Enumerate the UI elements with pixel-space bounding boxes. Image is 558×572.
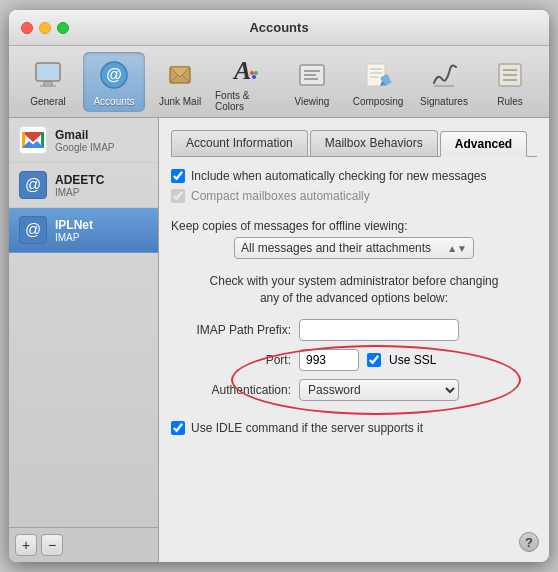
compact-checkbox[interactable] [171, 189, 185, 203]
sidebar-item-adeetc[interactable]: @ ADEETC IMAP [9, 163, 158, 208]
auth-row: Authentication: Password MD5 Challenge-R… [171, 379, 537, 401]
gmail-type: Google IMAP [55, 142, 114, 153]
use-ssl-label: Use SSL [389, 353, 436, 367]
add-account-button[interactable]: + [15, 534, 37, 556]
svg-text:@: @ [106, 66, 122, 83]
admin-note-line1: Check with your system administrator bef… [210, 274, 499, 288]
content-panel: Account Information Mailbox Behaviors Ad… [159, 118, 549, 562]
admin-note: Check with your system administrator bef… [171, 273, 537, 307]
toolbar-accounts-label: Accounts [93, 96, 134, 107]
help-button[interactable]: ? [519, 532, 539, 552]
admin-note-line2: any of the advanced options below: [260, 291, 448, 305]
sidebar-item-iplnet[interactable]: @ IPLNet IMAP [9, 208, 158, 253]
auto-check-label: Include when automatically checking for … [191, 169, 487, 183]
sidebar-spacer [9, 253, 158, 527]
sidebar: Gmail Google IMAP @ ADEETC IMAP @ IPLNet… [9, 118, 159, 562]
iplnet-info: IPLNet IMAP [55, 218, 93, 243]
adeetc-type: IMAP [55, 187, 104, 198]
keep-copies-dropdown[interactable]: All messages and their attachments ▲▼ [234, 237, 474, 259]
composing-icon [360, 57, 396, 93]
toolbar-composing-label: Composing [353, 96, 404, 107]
iplnet-name: IPLNet [55, 218, 93, 232]
port-row: Port: Use SSL [171, 349, 537, 371]
keep-copies-value: All messages and their attachments [241, 241, 431, 255]
dropdown-arrow-icon: ▲▼ [447, 243, 467, 254]
idle-label: Use IDLE command if the server supports … [191, 421, 423, 435]
toolbar-general-label: General [30, 96, 66, 107]
general-icon [30, 57, 66, 93]
remove-account-button[interactable]: − [41, 534, 63, 556]
svg-rect-1 [38, 65, 58, 79]
tab-mailbox-behaviors[interactable]: Mailbox Behaviors [310, 130, 438, 156]
toolbar-viewing-label: Viewing [295, 96, 330, 107]
tab-account-info[interactable]: Account Information [171, 130, 308, 156]
iplnet-type: IMAP [55, 232, 93, 243]
idle-row: Use IDLE command if the server supports … [171, 421, 537, 441]
titlebar: Accounts [9, 10, 549, 46]
viewing-icon [294, 57, 330, 93]
accounts-icon: @ [96, 57, 132, 93]
rules-icon [492, 57, 528, 93]
sidebar-footer: + − [9, 527, 158, 562]
toolbar-item-general[interactable]: General [17, 52, 79, 112]
gmail-icon [19, 126, 47, 154]
maximize-button[interactable] [57, 22, 69, 34]
compact-row: Compact mailboxes automatically [171, 189, 537, 203]
auto-check-row: Include when automatically checking for … [171, 169, 537, 183]
main-window: Accounts General @ Accounts [9, 10, 549, 562]
toolbar-item-composing[interactable]: Composing [347, 52, 409, 112]
toolbar-item-fonts[interactable]: A Fonts & Colors [215, 52, 277, 112]
auth-label: Authentication: [171, 383, 291, 397]
use-ssl-checkbox[interactable] [367, 353, 381, 367]
gmail-name: Gmail [55, 128, 114, 142]
svg-point-14 [252, 75, 256, 79]
tab-advanced[interactable]: Advanced [440, 131, 527, 157]
svg-rect-3 [40, 85, 56, 87]
tabs: Account Information Mailbox Behaviors Ad… [171, 130, 537, 157]
signatures-icon [426, 57, 462, 93]
auto-check-checkbox[interactable] [171, 169, 185, 183]
port-input[interactable] [299, 349, 359, 371]
toolbar: General @ Accounts Junk Mail [9, 46, 549, 118]
imap-path-label: IMAP Path Prefix: [171, 323, 291, 337]
sidebar-item-gmail[interactable]: Gmail Google IMAP [9, 118, 158, 163]
junkmail-icon [162, 57, 198, 93]
toolbar-item-rules[interactable]: Rules [479, 52, 541, 112]
svg-point-13 [254, 71, 258, 75]
svg-rect-2 [44, 82, 52, 85]
imap-path-row: IMAP Path Prefix: [171, 319, 537, 341]
gmail-info: Gmail Google IMAP [55, 128, 114, 153]
svg-point-12 [250, 71, 254, 75]
toolbar-signatures-label: Signatures [420, 96, 468, 107]
adeetc-icon: @ [19, 171, 47, 199]
port-label: Port: [171, 353, 291, 367]
toolbar-junkmail-label: Junk Mail [159, 96, 201, 107]
traffic-lights [21, 22, 69, 34]
adeetc-info: ADEETC IMAP [55, 173, 104, 198]
auth-select[interactable]: Password MD5 Challenge-Response NTLM Ker… [299, 379, 459, 401]
keep-copies-label: Keep copies of messages for offline view… [171, 219, 537, 233]
idle-checkbox-row: Use IDLE command if the server supports … [171, 421, 537, 435]
window-title: Accounts [249, 20, 308, 35]
toolbar-item-signatures[interactable]: Signatures [413, 52, 475, 112]
adeetc-name: ADEETC [55, 173, 104, 187]
toolbar-item-viewing[interactable]: Viewing [281, 52, 343, 112]
main-content: Gmail Google IMAP @ ADEETC IMAP @ IPLNet… [9, 118, 549, 562]
idle-checkbox[interactable] [171, 421, 185, 435]
fonts-icon: A [228, 52, 264, 87]
compact-label: Compact mailboxes automatically [191, 189, 370, 203]
imap-path-input[interactable] [299, 319, 459, 341]
port-auth-container: Port: Use SSL Authentication: Password M… [171, 349, 537, 409]
close-button[interactable] [21, 22, 33, 34]
iplnet-icon: @ [19, 216, 47, 244]
toolbar-item-accounts[interactable]: @ Accounts [83, 52, 145, 112]
toolbar-rules-label: Rules [497, 96, 523, 107]
keep-copies-dropdown-row: All messages and their attachments ▲▼ [171, 237, 537, 259]
toolbar-item-junkmail[interactable]: Junk Mail [149, 52, 211, 112]
toolbar-fonts-label: Fonts & Colors [215, 90, 277, 112]
minimize-button[interactable] [39, 22, 51, 34]
